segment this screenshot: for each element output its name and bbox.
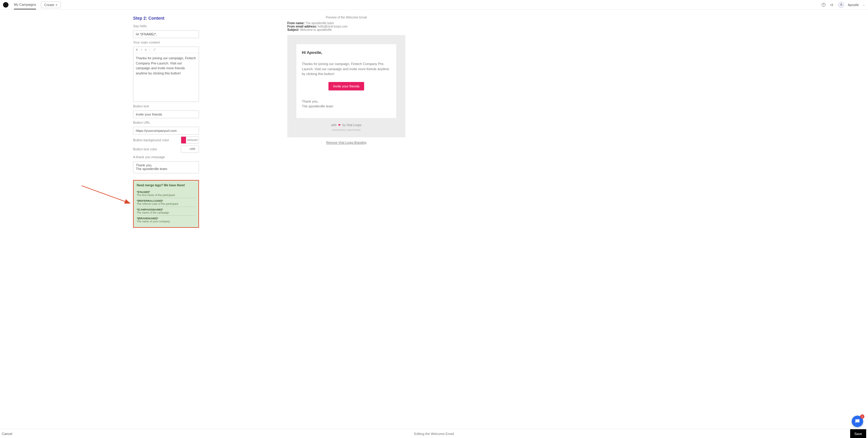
email-cta-button[interactable]: Invite your friends (329, 82, 365, 90)
step-title: Step 2: Content (133, 16, 266, 21)
branding-prefix: with (331, 123, 337, 127)
email-greeting: Hi Apostle, (302, 50, 391, 55)
merge-tags-panel: Need merge tags? We have them! *|FNAME|*… (133, 180, 199, 228)
heart-icon: ❤ (338, 123, 342, 127)
main-content-label: Your main content (133, 40, 266, 44)
form-column: Step 2: Content Say hello Your main cont… (133, 16, 266, 417)
email-signoff: Thank you, The apostleville team (302, 99, 391, 109)
preview-title: Preview of the Welcome Email (287, 16, 405, 19)
button-url-input[interactable] (133, 127, 199, 135)
merge-tag-label: *|CAMPAIGNNAME|* (137, 208, 195, 211)
save-button[interactable]: Save (850, 429, 866, 438)
strike-button[interactable]: S (145, 48, 147, 52)
from-name-line: From name: The apostleville team (287, 22, 405, 25)
unsubscribe-link[interactable]: unsubscribe (332, 129, 345, 131)
signoff-line1: Thank you, (302, 99, 391, 104)
top-nav-right: A Apostle ⌄ (821, 2, 865, 8)
button-text-label: Button text (133, 104, 266, 108)
username-label: Apostle (848, 3, 859, 7)
merge-tag-desc: The name of the campaign (137, 211, 195, 214)
toolbar-separator (150, 48, 150, 52)
merge-tag-fname: *|FNAME|* The first name of the particip… (137, 189, 195, 198)
text-color-swatch[interactable] (181, 146, 186, 152)
footer-bar: Cancel Editing the Welcome Email Save (0, 429, 868, 438)
from-email-value: hello@viral-loops.com (318, 25, 348, 28)
text-color-picker[interactable] (181, 146, 199, 153)
editor-content[interactable]: Thanks for joining our campaign, Fintech… (133, 53, 199, 102)
bg-color-picker[interactable] (181, 136, 199, 144)
say-hello-label: Say hello (133, 24, 266, 28)
from-email-line: From email address: hello@viral-loops.co… (287, 25, 405, 28)
button-text-input[interactable] (133, 111, 199, 118)
remove-branding-link[interactable]: Remove Viral Loops Branding (287, 141, 405, 144)
footer-status-label: Editing the Welcome Email (414, 432, 454, 436)
top-nav: My Campaigns Create + A Apostle ⌄ (0, 0, 868, 10)
create-button-label: Create (44, 3, 54, 7)
email-body-text: Thanks for joining our campaign, Fintech… (302, 61, 391, 76)
megaphone-icon[interactable] (830, 2, 834, 7)
editor-toolbar: B I S (133, 47, 199, 53)
merge-tag-desc: The referral code of the participant (137, 202, 195, 206)
branding-suffix: by Viral Loops (342, 123, 362, 127)
text-color-input[interactable] (186, 146, 199, 152)
chevron-down-icon[interactable]: ⌄ (863, 3, 865, 6)
merge-tag-label: *|BRANDNAME|* (137, 217, 195, 220)
thank-you-label: A thank you message (133, 155, 266, 159)
merge-tags-title: Need merge tags? We have them! (137, 184, 195, 187)
svg-point-1 (824, 5, 824, 6)
chat-icon (855, 418, 861, 425)
merge-tag-label: *|REFERRALCODE|* (137, 199, 195, 202)
report-abuse-link[interactable]: report abuse (347, 129, 361, 131)
branding-line: with ❤ by Viral Loops (297, 123, 396, 127)
bold-button[interactable]: B (136, 48, 138, 52)
plus-icon: + (55, 3, 57, 7)
subject-value: Welcome to apostleville (300, 28, 332, 31)
rich-text-editor: B I S Thanks for joining our campaign, F… (133, 46, 199, 102)
say-hello-input[interactable] (133, 30, 199, 38)
bg-color-label: Button background color (133, 138, 169, 142)
nav-my-campaigns[interactable]: My Campaigns (14, 0, 36, 9)
button-url-label: Button URL (133, 121, 266, 124)
thank-you-input[interactable]: Thank you, The apostleville team (133, 161, 199, 173)
italic-button[interactable]: I (141, 48, 142, 52)
from-name-value: The apostleville team (306, 22, 334, 25)
link-button[interactable] (153, 48, 156, 52)
merge-tag-label: *|FNAME|* (137, 191, 195, 194)
intercom-badge: 2 (860, 414, 864, 419)
merge-tag-desc: The first name of the participant (137, 194, 195, 197)
subject-label: Subject: (287, 28, 299, 31)
from-name-label: From name: (287, 22, 305, 25)
branding-sub-line: unsubscribe | report abuse (297, 129, 396, 131)
thank-you-line1: Thank you, (136, 163, 196, 167)
email-body: Hi Apostle, Thanks for joining our campa… (297, 44, 396, 118)
merge-tag-campaignname: *|CAMPAIGNNAME|* The name of the campaig… (137, 207, 195, 216)
avatar[interactable]: A (838, 2, 844, 8)
bg-color-swatch[interactable] (181, 137, 186, 144)
merge-tag-referralcode: *|REFERRALCODE|* The referral code of th… (137, 198, 195, 207)
from-email-label: From email address: (287, 25, 317, 28)
annotation-arrow-icon (81, 185, 135, 209)
thank-you-line2: The apostleville team (136, 167, 196, 170)
cancel-button[interactable]: Cancel (2, 432, 12, 436)
signoff-line2: The apostleville team (302, 104, 391, 109)
svg-line-3 (82, 186, 130, 203)
text-color-label: Button text color (133, 147, 157, 151)
create-button[interactable]: Create + (41, 1, 61, 8)
email-cta-wrap: Invite your friends (302, 82, 391, 90)
email-preview-frame: Hi Apostle, Thanks for joining our campa… (287, 35, 405, 137)
merge-tag-desc: The name of your company (137, 220, 195, 223)
preview-column: Preview of the Welcome Email From name: … (287, 16, 405, 417)
help-icon[interactable] (821, 2, 826, 7)
subject-line: Subject: Welcome to apostleville (287, 28, 405, 31)
main-content: Step 2: Content Say hello Your main cont… (0, 10, 868, 429)
bg-color-input[interactable] (186, 137, 199, 144)
brand-logo-icon (3, 2, 8, 7)
merge-tag-brandname: *|BRANDNAME|* The name of your company (137, 216, 195, 224)
intercom-launcher[interactable]: 2 (852, 416, 863, 427)
